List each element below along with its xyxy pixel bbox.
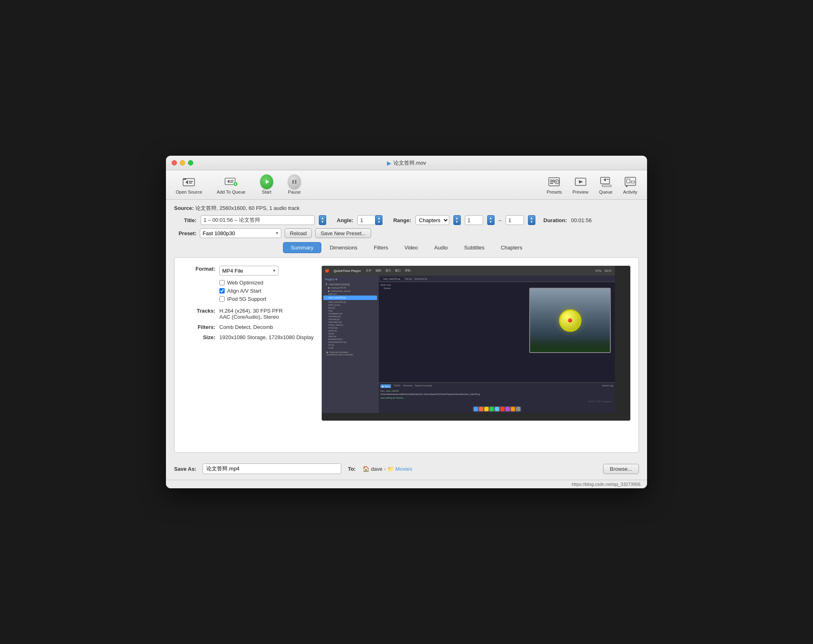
svg-rect-8 [292, 180, 294, 184]
video-preview [529, 288, 611, 353]
ipod-label: iPod 5G Support [227, 296, 266, 302]
queue-label: Queue [599, 190, 612, 194]
tab-subtitles[interactable]: Subtitles [456, 242, 492, 253]
title-input[interactable] [201, 215, 315, 225]
tracks-row: Tracks: H.264 (x264), 30 FPS PFR AAC (Co… [183, 308, 314, 320]
tab-dimensions[interactable]: Dimensions [322, 242, 365, 253]
pause-button[interactable]: Pause [285, 174, 304, 196]
activity-button[interactable]: Activity [620, 174, 641, 196]
source-value: 论文答辩, 2560x1600, 60 FPS, 1 audio track [195, 205, 300, 211]
window-title: ▶ 论文答辩.mov [387, 159, 426, 167]
svg-point-22 [626, 185, 627, 187]
dock [473, 406, 521, 412]
start-label: Start [262, 190, 271, 194]
format-select[interactable]: MP4 File MKV File WebM [219, 266, 278, 276]
web-optimized-label: Web Optimized [227, 280, 263, 286]
reload-button[interactable]: Reload [285, 228, 312, 238]
queue-icon [599, 175, 612, 188]
size-value: 1920x1080 Storage, 1728x1080 Display [219, 334, 314, 340]
align-av-label: Align A/V Start [227, 288, 261, 294]
svg-rect-5 [230, 180, 234, 181]
ipod-checkbox[interactable] [219, 296, 225, 302]
svg-rect-20 [627, 179, 630, 183]
svg-rect-17 [602, 185, 611, 187]
title-label: Title: [174, 217, 197, 223]
preset-label: Preset: [174, 230, 197, 236]
presets-icon [548, 175, 561, 188]
screen-menubar: 🍎 QuickTime Player 文件 编辑 显示 窗口 帮助 97% 09… [322, 266, 615, 276]
tab-video[interactable]: Video [397, 242, 426, 253]
angle-stepper[interactable]: ▲▼ [375, 215, 382, 225]
file-icon: ▶ [387, 160, 391, 166]
preview-image: 🍎 QuickTime Player 文件 编辑 显示 窗口 帮助 97% 09… [322, 266, 630, 421]
toolbar: Open Source Add To Queue [166, 170, 647, 200]
save-preset-button[interactable]: Save New Preset... [315, 228, 371, 238]
filters-value: Comb Detect, Decomb [219, 324, 273, 330]
range-dash: – [499, 217, 501, 223]
start-button[interactable]: Start [257, 174, 276, 196]
tracking-circle [559, 309, 581, 332]
svg-rect-13 [550, 183, 553, 184]
svg-rect-2 [189, 181, 193, 182]
minimize-button[interactable] [180, 160, 185, 165]
close-button[interactable] [172, 160, 177, 165]
range-from-input[interactable] [465, 215, 483, 225]
status-url: https://blog.csdn.net/qq_33273956 [572, 482, 641, 487]
range-type-stepper[interactable]: ▲▼ [453, 215, 461, 225]
range-from-stepper[interactable]: ▲▼ [487, 215, 495, 225]
preview-icon [574, 175, 587, 188]
activity-label: Activity [623, 190, 637, 194]
add-to-queue-button[interactable]: Add To Queue [214, 174, 249, 196]
add-to-queue-icon [225, 175, 238, 188]
screenshot-content: 🍎 QuickTime Player 文件 编辑 显示 窗口 帮助 97% 09… [322, 266, 615, 413]
preview-label: Preview [572, 190, 588, 194]
tab-summary[interactable]: Summary [283, 242, 321, 253]
summary-panel: Format: MP4 File MKV File WebM Web Optim… [183, 266, 314, 444]
align-av-checkbox[interactable] [219, 288, 225, 293]
main-panel: Format: MP4 File MKV File WebM Web Optim… [174, 257, 639, 453]
content-area: Source: 论文答辩, 2560x1600, 60 FPS, 1 audio… [166, 200, 647, 458]
svg-rect-11 [550, 180, 555, 181]
app-window: ▶ 论文答辩.mov Open Source [166, 156, 647, 488]
presets-button[interactable]: Presets [543, 174, 565, 196]
svg-rect-18 [607, 179, 609, 180]
open-source-button[interactable]: Open Source [172, 174, 205, 196]
preview-button[interactable]: Preview [569, 174, 592, 196]
preset-row: Preset: Fast 1080p30 HQ 1080p30 Surround… [174, 228, 639, 238]
source-line: Source: 论文答辩, 2560x1600, 60 FPS, 1 audio… [174, 205, 639, 212]
tab-audio[interactable]: Audio [426, 242, 455, 253]
align-av-row: Align A/V Start [219, 288, 314, 294]
web-optimized-row: Web Optimized [219, 280, 314, 286]
range-to-input[interactable] [506, 215, 524, 225]
browse-button[interactable]: Browse... [603, 464, 639, 474]
toolbar-right: Presets Preview [543, 174, 641, 196]
size-row: Size: 1920x1080 Storage, 1728x1080 Displ… [183, 334, 314, 340]
svg-rect-1 [183, 179, 186, 180]
folder-icon: 📁 [387, 466, 394, 472]
tab-filters[interactable]: Filters [366, 242, 396, 253]
range-type-select[interactable]: Chapters [415, 215, 449, 225]
filters-label: Filters: [183, 324, 215, 330]
duration-value: 00:01:56 [571, 217, 592, 223]
preset-select[interactable]: Fast 1080p30 HQ 1080p30 Surround Fast 72… [200, 228, 281, 238]
tab-chapters[interactable]: Chapters [493, 242, 530, 253]
angle-input[interactable] [357, 215, 376, 225]
pause-button-inner[interactable] [288, 174, 301, 189]
destination-path: 🏠 dave › 📁 Movies [362, 465, 412, 472]
queue-button[interactable]: Queue [596, 174, 616, 196]
range-to-stepper[interactable]: ▲▼ [528, 215, 535, 225]
user-icon: 🏠 [362, 465, 369, 472]
destination-folder: 📁 Movies [387, 466, 412, 472]
web-optimized-checkbox[interactable] [219, 280, 225, 285]
path-separator: › [384, 466, 386, 472]
add-to-queue-label: Add To Queue [217, 190, 245, 194]
fullscreen-button[interactable] [188, 160, 193, 165]
save-as-input[interactable] [203, 463, 341, 474]
play-button[interactable] [260, 174, 273, 189]
destination-user: dave [371, 466, 382, 472]
title-stepper[interactable]: ▲▼ [319, 215, 326, 225]
size-label: Size: [183, 334, 215, 340]
format-select-wrap: MP4 File MKV File WebM [219, 266, 278, 276]
presets-label: Presets [547, 190, 562, 194]
pause-icon [288, 175, 301, 188]
